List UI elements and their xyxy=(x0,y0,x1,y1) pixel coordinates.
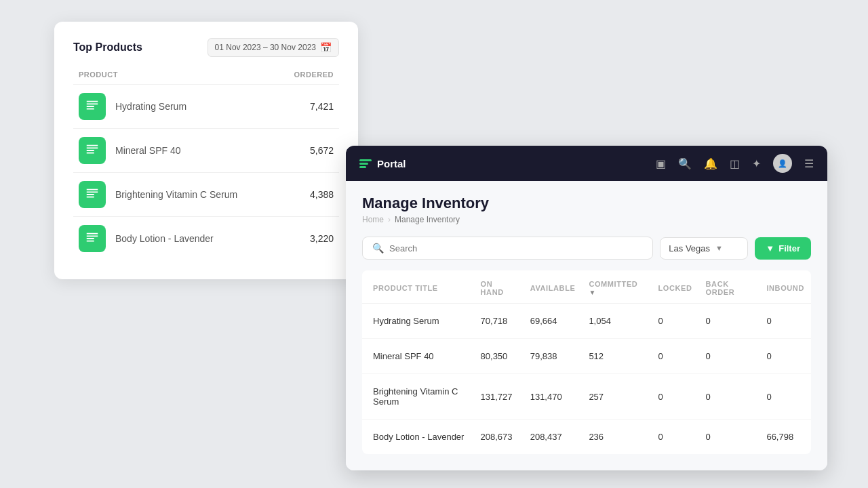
app-name: Portal xyxy=(377,158,406,169)
product-icon xyxy=(79,181,106,208)
location-value: Las Vegas xyxy=(669,243,710,253)
filter-label: Filter xyxy=(778,243,800,253)
list-item: Mineral SPF 40 5,672 xyxy=(73,128,339,172)
search-icon: 🔍 xyxy=(372,243,384,253)
row-back-order: 0 xyxy=(699,339,760,374)
table-row: Hydrating Serum 70,718 69,664 1,054 0 0 … xyxy=(362,304,811,339)
product-name: Hydrating Serum xyxy=(115,101,310,112)
avatar[interactable]: 👤 xyxy=(773,154,792,173)
search-input[interactable] xyxy=(389,243,643,253)
product-name: Body Lotion - Lavender xyxy=(115,233,310,244)
sort-arrow-icon: ▼ xyxy=(589,289,596,296)
breadcrumb: Home › Manage Inventory xyxy=(362,215,811,224)
breadcrumb-separator: › xyxy=(388,215,391,224)
row-committed: 236 xyxy=(582,420,651,455)
monitor-icon[interactable]: ▣ xyxy=(656,157,666,170)
col-inbound: INBOUND xyxy=(760,270,811,304)
row-available: 208,437 xyxy=(524,420,583,455)
search-icon[interactable]: 🔍 xyxy=(678,157,692,170)
row-on-hand: 131,727 xyxy=(474,374,524,420)
table-row: Brightening Vitamin C Serum 131,727 131,… xyxy=(362,374,811,420)
list-item: Body Lotion - Lavender 3,220 xyxy=(73,216,339,260)
row-inbound: 66,798 xyxy=(760,420,811,455)
row-product-name: Hydrating Serum xyxy=(362,304,474,339)
row-back-order: 0 xyxy=(699,420,760,455)
row-inbound: 0 xyxy=(760,339,811,374)
product-ordered: 4,388 xyxy=(310,189,334,200)
row-locked: 0 xyxy=(652,339,699,374)
row-available: 131,470 xyxy=(524,374,583,420)
row-on-hand: 208,673 xyxy=(474,420,524,455)
location-dropdown[interactable]: Las Vegas ▼ xyxy=(660,237,748,260)
card-header: Top Products 01 Nov 2023 – 30 Nov 2023 📅 xyxy=(73,38,339,57)
col-product-title: PRODUCT TITLE xyxy=(362,270,474,304)
date-range-picker[interactable]: 01 Nov 2023 – 30 Nov 2023 📅 xyxy=(208,38,339,57)
inventory-table: PRODUCT TITLE ON HAND AVAILABLE COMMITTE… xyxy=(362,270,811,454)
product-ordered: 3,220 xyxy=(310,233,334,244)
table-column-headers: PRODUCT ORDERED xyxy=(73,70,339,84)
row-product-name: Body Lotion - Lavender xyxy=(362,420,474,455)
product-name: Mineral SPF 40 xyxy=(115,145,310,156)
grid-icon[interactable]: ◫ xyxy=(730,157,740,170)
row-locked: 0 xyxy=(652,420,699,455)
inventory-panel: Portal ▣ 🔍 🔔 ◫ ✦ 👤 ☰ Manage Inventory Ho… xyxy=(346,146,827,470)
product-icon xyxy=(79,225,106,252)
row-back-order: 0 xyxy=(699,374,760,420)
col-product: PRODUCT xyxy=(79,70,118,79)
bell-icon[interactable]: 🔔 xyxy=(704,157,717,170)
table-row: Body Lotion - Lavender 208,673 208,437 2… xyxy=(362,420,811,455)
row-committed: 257 xyxy=(582,374,651,420)
col-ordered: ORDERED xyxy=(294,70,334,79)
row-on-hand: 80,350 xyxy=(474,339,524,374)
navbar: Portal ▣ 🔍 🔔 ◫ ✦ 👤 ☰ xyxy=(346,146,827,181)
row-on-hand: 70,718 xyxy=(474,304,524,339)
row-inbound: 0 xyxy=(760,374,811,420)
col-on-hand: ON HAND xyxy=(474,270,524,304)
search-box[interactable]: 🔍 xyxy=(362,237,653,260)
nav-icons: ▣ 🔍 🔔 ◫ ✦ 👤 ☰ xyxy=(656,154,814,173)
row-committed: 512 xyxy=(582,339,651,374)
list-item: Hydrating Serum 7,421 xyxy=(73,84,339,128)
table-header-row: PRODUCT TITLE ON HAND AVAILABLE COMMITTE… xyxy=(362,270,811,304)
menu-icon[interactable]: ☰ xyxy=(804,157,814,170)
row-back-order: 0 xyxy=(699,304,760,339)
inventory-content: Manage Inventory Home › Manage Inventory… xyxy=(346,181,827,470)
top-products-card: Top Products 01 Nov 2023 – 30 Nov 2023 📅… xyxy=(54,22,358,279)
calendar-icon: 📅 xyxy=(320,42,332,53)
breadcrumb-home[interactable]: Home xyxy=(362,215,384,224)
row-available: 69,664 xyxy=(524,304,583,339)
breadcrumb-current: Manage Inventory xyxy=(395,215,460,224)
date-range-text: 01 Nov 2023 – 30 Nov 2023 xyxy=(215,43,316,52)
row-inbound: 0 xyxy=(760,304,811,339)
chevron-down-icon: ▼ xyxy=(715,244,723,252)
list-item: Brightening Vitamin C Serum 4,388 xyxy=(73,172,339,216)
row-product-name: Mineral SPF 40 xyxy=(362,339,474,374)
row-available: 79,838 xyxy=(524,339,583,374)
row-product-name: Brightening Vitamin C Serum xyxy=(362,374,474,420)
row-locked: 0 xyxy=(652,304,699,339)
col-available: AVAILABLE xyxy=(524,270,583,304)
star-icon[interactable]: ✦ xyxy=(752,157,761,170)
page-title: Manage Inventory xyxy=(362,195,811,212)
card-title: Top Products xyxy=(73,41,142,54)
col-committed[interactable]: COMMITTED ▼ xyxy=(582,270,651,304)
row-committed: 1,054 xyxy=(582,304,651,339)
product-ordered: 7,421 xyxy=(310,101,334,112)
product-name: Brightening Vitamin C Serum xyxy=(115,189,310,200)
table-row: Mineral SPF 40 80,350 79,838 512 0 0 0 xyxy=(362,339,811,374)
col-locked: LOCKED xyxy=(652,270,699,304)
filter-icon: ▼ xyxy=(766,243,774,253)
product-ordered: 5,672 xyxy=(310,145,334,156)
row-locked: 0 xyxy=(652,374,699,420)
toolbar: 🔍 Las Vegas ▼ ▼ Filter xyxy=(362,237,811,260)
filter-button[interactable]: ▼ Filter xyxy=(755,237,811,260)
logo-icon xyxy=(359,159,372,168)
product-icon xyxy=(79,93,106,120)
app-logo: Portal xyxy=(359,158,406,169)
col-back-order: BACK ORDER xyxy=(699,270,760,304)
product-icon xyxy=(79,137,106,164)
